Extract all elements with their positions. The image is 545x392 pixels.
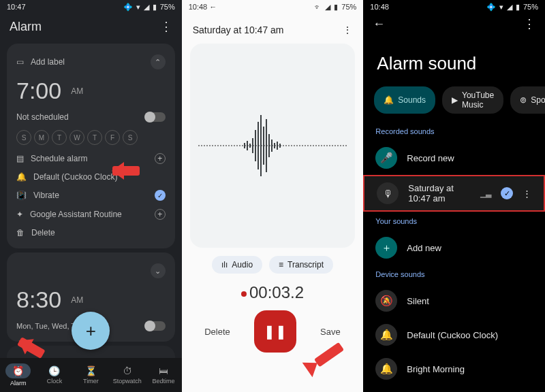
day-w[interactable]: W — [69, 130, 84, 145]
alarm-toggle[interactable] — [145, 112, 166, 122]
chip-audio-label: Audio — [232, 260, 253, 270]
add-alarm-fab[interactable]: + — [72, 312, 110, 350]
status-bar: 10:48 ← ᯤ ◢ ▮ 75% — [182, 0, 364, 14]
save-button[interactable]: Save — [320, 327, 341, 337]
chip-audio[interactable]: ılıAudio — [212, 256, 262, 274]
appbar: ← ⋮ — [363, 14, 545, 34]
recording-title: Saturday at 10:47 am — [193, 24, 284, 35]
elapsed-time: 00:03.2 — [182, 283, 364, 302]
overflow-icon[interactable]: ⋮ — [523, 16, 535, 31]
nav-stopwatch-label: Stopwatch — [113, 378, 142, 385]
day-m[interactable]: M — [34, 130, 49, 145]
signal-icon: ◢ — [325, 3, 330, 12]
sound-default[interactable]: 🔔 Default (Cuckoo Clock) — [363, 318, 545, 352]
battery-pct: 75% — [341, 3, 356, 11]
alarm-header: Alarm ⋮ — [0, 14, 182, 39]
pill-youtube-music[interactable]: ▶YouTube Music — [442, 86, 503, 114]
schedule-label: Schedule alarm — [31, 154, 148, 163]
wifi-icon: ▾ — [136, 3, 140, 12]
pill-spotify[interactable]: ⊚Spotify — [510, 86, 545, 114]
recording-title-row: Saturday at 10:47 am ⋮ — [182, 14, 364, 39]
overflow-icon[interactable]: ⋮ — [343, 24, 352, 35]
add-label-row[interactable]: ▭ Add label ⌃ — [16, 50, 166, 74]
day-f[interactable]: F — [105, 130, 120, 145]
sound-row[interactable]: 🔔 Default (Cuckoo Clock) — [16, 168, 166, 186]
back-icon[interactable]: ← — [209, 3, 217, 11]
battery-icon: ▮ — [334, 3, 338, 12]
delete-label: Delete — [31, 228, 166, 238]
days-row: S M T W T F S — [16, 130, 166, 145]
nav-alarm-label: Alarm — [10, 380, 27, 387]
alarm2-toggle[interactable] — [145, 321, 166, 331]
delete-button[interactable]: Delete — [204, 327, 230, 337]
transcript-icon: ≡ — [279, 260, 283, 270]
page-title: Alarm — [10, 20, 42, 34]
audio-icon: ılı — [221, 260, 228, 270]
battery-pct: 75% — [160, 3, 175, 11]
bell-icon: 🔔 — [16, 172, 27, 182]
nav-stopwatch[interactable]: ⏱Stopwatch — [109, 358, 145, 392]
nav-alarm[interactable]: ⏰Alarm — [0, 358, 36, 392]
day-s[interactable]: S — [16, 130, 31, 145]
alarm-time: 7:00 — [16, 78, 61, 104]
wave-mini-icon: ▁▃ — [480, 189, 491, 198]
status-bar: 10:47 💠 ▾ ◢ ▮ 75% — [0, 0, 182, 14]
sound-bright-morning[interactable]: 🔔 Bright Morning — [363, 352, 545, 386]
status-time: 10:48 — [370, 3, 389, 11]
timer-value: 00:03.2 — [249, 283, 304, 301]
pane-alarm-sound: 10:48 💠 ▾ ◢ ▮ 75% ← ⋮ Alarm sound 🔔Sound… — [363, 0, 545, 392]
plus-icon: ＋ — [375, 237, 397, 259]
add-new-row[interactable]: ＋ Add new — [363, 231, 545, 265]
sound-silent[interactable]: 🔕 Silent — [363, 284, 545, 318]
alarm-ampm: AM — [71, 86, 83, 96]
section-recorded: Recorded sounds — [363, 122, 545, 141]
nav-bedtime-label: Bedtime — [152, 378, 174, 385]
nav-clock[interactable]: 🕒Clock — [36, 358, 72, 392]
alarm2-ampm: AM — [71, 295, 83, 305]
record-new-label: Record new — [407, 153, 454, 163]
day-s2[interactable]: S — [123, 130, 138, 145]
selected-check-icon: ✓ — [501, 187, 513, 199]
overflow-icon[interactable]: ⋮ — [523, 189, 531, 199]
chip-transcript-label: Transcript — [287, 260, 324, 270]
delete-row[interactable]: 🗑 Delete — [16, 224, 166, 242]
sound-bright-label: Bright Morning — [407, 364, 465, 374]
sound-default-label: Default (Cuckoo Clock) — [407, 330, 498, 340]
bottom-nav: ⏰Alarm 🕒Clock ⏳Timer ⏱Stopwatch 🛏Bedtime — [0, 358, 182, 392]
chevron-up-icon[interactable]: ⌃ — [151, 54, 166, 69]
add-label-text: Add label — [31, 57, 144, 67]
sound-cuckoo-clock[interactable]: 🔔 Cuckoo Clock — [363, 386, 545, 392]
bell-icon: 🔔 — [375, 358, 397, 380]
status-right: ᯤ ◢ ▮ 75% — [314, 3, 356, 12]
day-t2[interactable]: T — [87, 130, 102, 145]
mic-icon: 🎤 — [375, 147, 397, 169]
day-t[interactable]: T — [52, 130, 67, 145]
nav-bedtime[interactable]: 🛏Bedtime — [145, 358, 181, 392]
status-right: 💠 ▾ ◢ ▮ 75% — [123, 3, 175, 12]
record-new-row[interactable]: 🎤 Record new — [363, 141, 545, 175]
spotify-icon: ⊚ — [520, 95, 527, 105]
pill-sounds[interactable]: 🔔Sounds — [374, 86, 435, 114]
status-time: 10:47 — [7, 3, 26, 11]
trash-icon: 🗑 — [16, 228, 25, 238]
pane-recorder-app: 10:48 ← ᯤ ◢ ▮ 75% Saturday at 10:47 am ⋮… — [182, 0, 364, 392]
record-dot-icon — [241, 291, 247, 297]
vibrate-icon: 💠 — [123, 3, 133, 12]
recording-item-selected[interactable]: 🎙 Saturday at 10:47 am ▁▃ ✓ ⋮ — [363, 175, 545, 212]
chip-transcript[interactable]: ≡Transcript — [269, 256, 333, 274]
pause-button[interactable]: ❚❚ — [254, 310, 296, 353]
assistant-icon: ✦ — [16, 210, 23, 219]
vibrate-row[interactable]: 📳 Vibrate ✓ — [16, 186, 166, 205]
alarm-time-row[interactable]: 7:00 AM — [16, 74, 166, 108]
back-icon[interactable]: ← — [373, 17, 385, 31]
alarm-card-1: ▭ Add label ⌃ 7:00 AM Not scheduled S M … — [7, 44, 175, 248]
assistant-row[interactable]: ✦ Google Assistant Routine + — [16, 205, 166, 224]
nav-clock-label: Clock — [47, 378, 63, 385]
overflow-icon[interactable]: ⋮ — [160, 19, 172, 34]
nav-timer[interactable]: ⏳Timer — [73, 358, 109, 392]
status-right: 💠 ▾ ◢ ▮ 75% — [486, 3, 538, 12]
pill-yt-label: YouTube Music — [462, 91, 494, 110]
chevron-down-icon[interactable]: ⌄ — [151, 263, 166, 278]
schedule-alarm-row[interactable]: ▤ Schedule alarm + — [16, 149, 166, 168]
timer-icon: ⏳ — [85, 365, 97, 376]
